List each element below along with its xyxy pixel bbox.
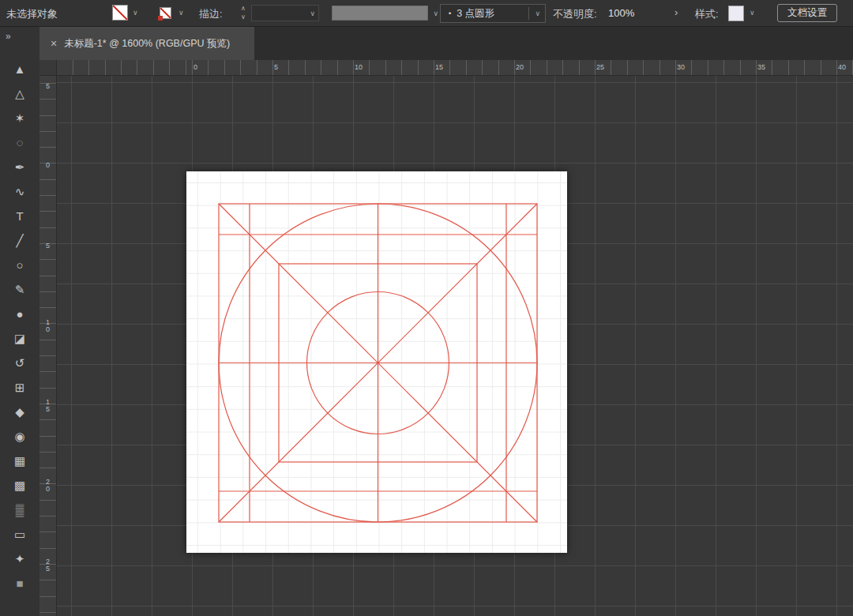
artboard-tool[interactable]: ▭: [4, 528, 36, 542]
panel-expand-icon[interactable]: »: [0, 27, 39, 42]
horizontal-ruler[interactable]: 0 5 10 15 20 25 30 35 40: [57, 60, 853, 76]
ruler-label: 30: [677, 63, 685, 71]
artboard[interactable]: [186, 171, 567, 553]
ruler-label: 35: [757, 63, 765, 71]
chevron-down-icon[interactable]: ∨: [750, 9, 755, 17]
curvature-tool[interactable]: ∿: [4, 185, 36, 199]
mesh-tool[interactable]: ▩: [4, 479, 36, 493]
stroke-weight-stepper[interactable]: ∧∨: [239, 4, 248, 21]
ruler-label: 0: [194, 63, 197, 71]
ruler-label: 15: [44, 399, 51, 413]
stroke-weight-dropdown[interactable]: ∨: [251, 5, 319, 21]
ruler-label: 5: [44, 83, 51, 90]
close-tab-icon[interactable]: ×: [51, 37, 57, 50]
style-swatch[interactable]: [728, 6, 744, 21]
width-profile-dropdown[interactable]: ∨: [332, 6, 428, 21]
free-transform-tool[interactable]: ⊞: [4, 381, 36, 395]
spinner-up-icon[interactable]: ∧: [241, 5, 246, 12]
selection-status: 未选择对象: [6, 7, 58, 21]
brush-preview-dot: •: [449, 9, 451, 17]
canvas-pasteboard[interactable]: [57, 76, 853, 616]
fill-stroke-indicator[interactable]: ■: [4, 577, 36, 591]
lasso-tool[interactable]: ◌: [4, 136, 36, 150]
ruler-label: 10: [44, 319, 51, 333]
selection-tool[interactable]: ▲: [4, 62, 36, 77]
chevron-down-icon[interactable]: ∨: [433, 9, 438, 17]
ruler-label: 5: [44, 242, 51, 250]
perspective-grid-tool[interactable]: ▦: [4, 454, 36, 468]
document-setup-button[interactable]: 文档设置: [777, 4, 837, 22]
brush-definition-dropdown[interactable]: • 3 点圆形 ∨: [440, 4, 546, 23]
ruler-label: 20: [44, 479, 51, 493]
ruler-label: 40: [838, 63, 846, 71]
width-tool[interactable]: ◆: [4, 405, 36, 419]
paintbrush-tool[interactable]: ✎: [4, 283, 36, 297]
pen-tool[interactable]: ✒: [4, 160, 36, 175]
chevron-down-icon[interactable]: ∨: [310, 9, 315, 17]
illustrator-window: 未选择对象 ∨ ∨ 描边: ∧∨ ∨ ∨ • 3 点圆形 ∨ 不透明度: 100…: [0, 0, 853, 616]
chevron-down-icon[interactable]: ∨: [529, 9, 540, 17]
tool-list: ▲ △ ✶ ◌ ✒ ∿ T ╱ ○ ✎ ● ◪ ↺ ⊞ ◆ ◉ ▦ ▩ ▒ ▭ …: [0, 62, 39, 591]
line-segment-tool[interactable]: ╱: [4, 234, 36, 248]
stroke-weight-label: 描边:: [199, 7, 223, 21]
keyline-strokes: [219, 204, 537, 522]
ruler-label: 20: [516, 63, 524, 71]
ruler-label: 25: [44, 558, 51, 573]
document-tab-title: 未标题-1* @ 1600% (RGB/GPU 预览): [64, 37, 230, 51]
style-label: 样式:: [695, 7, 719, 21]
fill-color-swatch[interactable]: [112, 5, 128, 21]
control-bar: 未选择对象 ∨ ∨ 描边: ∧∨ ∨ ∨ • 3 点圆形 ∨ 不透明度: 100…: [0, 0, 853, 27]
more-options-arrow-icon[interactable]: ›: [675, 6, 678, 18]
spinner-down-icon[interactable]: ∨: [241, 13, 246, 21]
shape-builder-tool[interactable]: ◉: [4, 430, 36, 444]
ruler-label: 25: [596, 63, 604, 71]
ruler-label: 15: [435, 63, 443, 71]
eyedropper-tool[interactable]: ✦: [4, 552, 36, 566]
document-tab-bar: × 未标题-1* @ 1600% (RGB/GPU 预览): [39, 27, 853, 60]
opacity-value[interactable]: 100%: [608, 7, 634, 19]
magic-wand-tool[interactable]: ✶: [4, 111, 36, 126]
document-tab[interactable]: × 未标题-1* @ 1600% (RGB/GPU 预览): [39, 27, 254, 60]
ellipse-tool[interactable]: ○: [4, 258, 36, 272]
stroke-color-swatch[interactable]: [160, 7, 171, 19]
direct-selection-tool[interactable]: △: [4, 87, 36, 101]
ruler-corner: [39, 60, 57, 76]
eraser-tool[interactable]: ◪: [4, 332, 36, 346]
opacity-label: 不透明度:: [553, 7, 597, 21]
gradient-tool[interactable]: ▒: [4, 503, 36, 517]
blob-brush-tool[interactable]: ●: [4, 307, 36, 321]
type-tool[interactable]: T: [4, 209, 36, 223]
ruler-label: 5: [274, 63, 278, 71]
chevron-down-icon[interactable]: ∨: [178, 9, 184, 17]
vertical-ruler[interactable]: 5 0 5 10 15 20 25: [39, 76, 57, 616]
keyline-grid-artwork: [186, 171, 567, 553]
ruler-label: 10: [355, 63, 363, 71]
tools-panel: » ▲ △ ✶ ◌ ✒ ∿ T ╱ ○ ✎ ● ◪ ↺ ⊞ ◆ ◉ ▦ ▩ ▒ …: [0, 27, 39, 616]
chevron-down-icon[interactable]: ∨: [133, 9, 138, 17]
rotate-tool[interactable]: ↺: [4, 356, 36, 370]
ruler-label: 0: [44, 162, 51, 169]
brush-name: 3 点圆形: [457, 7, 494, 21]
